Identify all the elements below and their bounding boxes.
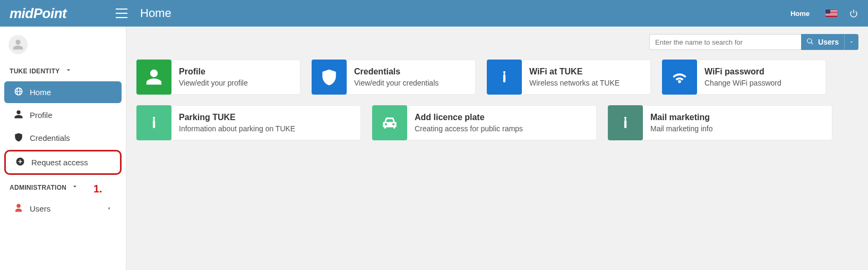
sidebar-section-label: ADMINISTRATION <box>10 184 66 191</box>
card-mail-marketing[interactable]: Mail marketing Mail marketing info <box>607 105 832 140</box>
sidebar: TUKE IDENTITY Home Profile Credentials R… <box>0 27 126 270</box>
info-icon <box>136 105 171 140</box>
menu-toggle-icon[interactable] <box>116 9 127 18</box>
search-type-dropdown[interactable] <box>844 34 858 50</box>
card-credentials[interactable]: Credentials View/edit your credentials <box>311 60 476 95</box>
search-icon <box>806 38 814 47</box>
search-bar: Users <box>136 34 858 50</box>
main-content: Users Profile View/edit your profile Cre… <box>126 27 868 270</box>
sidebar-section-identity[interactable]: TUKE IDENTITY <box>0 60 126 80</box>
card-title: Mail marketing <box>650 113 713 122</box>
avatar[interactable] <box>8 35 28 54</box>
card-parking[interactable]: Parking TUKE Information about parking o… <box>136 105 361 140</box>
info-icon <box>487 60 522 95</box>
card-title: Credentials <box>354 67 439 77</box>
search-input[interactable] <box>649 34 801 50</box>
search-type-button[interactable]: Users <box>801 34 844 50</box>
sidebar-section-label: TUKE IDENTITY <box>10 68 60 75</box>
sidebar-item-label: Home <box>30 88 51 97</box>
sidebar-item-home[interactable]: Home <box>4 81 122 103</box>
globe-icon <box>14 87 23 98</box>
card-title: Add licence plate <box>415 113 523 122</box>
shield-icon <box>312 60 347 95</box>
card-profile[interactable]: Profile View/edit your profile <box>136 60 300 95</box>
sidebar-section-admin[interactable]: ADMINISTRATION <box>0 176 126 197</box>
person-icon <box>14 109 23 121</box>
card-desc: Change WiFi password <box>704 79 781 87</box>
header: midPoint Home Home <box>0 0 868 27</box>
card-desc: Wireless networks at TUKE <box>529 79 620 87</box>
dashboard-cards: Profile View/edit your profile Credentia… <box>136 60 858 140</box>
wifi-icon <box>662 60 697 95</box>
power-icon[interactable] <box>849 9 858 18</box>
card-desc: Information about parking on TUKE <box>179 124 295 133</box>
card-wifi-password[interactable]: WiFi password Change WiFi password <box>661 60 826 95</box>
annotation-marker: 1. <box>93 183 102 195</box>
sidebar-item-label: Profile <box>30 111 53 120</box>
card-title: Parking TUKE <box>179 113 295 122</box>
car-icon <box>372 105 407 140</box>
card-desc: Creating access for public ramps <box>415 124 523 133</box>
card-title: Profile <box>179 67 248 77</box>
sidebar-item-credentials[interactable]: Credentials <box>4 127 122 149</box>
sidebar-item-profile[interactable]: Profile <box>4 104 122 126</box>
user-icon <box>14 203 23 214</box>
card-title: WiFi at TUKE <box>529 67 620 77</box>
chevron-down-icon <box>72 183 78 191</box>
breadcrumb[interactable]: Home <box>790 10 810 18</box>
shield-icon <box>14 132 23 144</box>
page-title: Home <box>140 6 171 20</box>
card-title: WiFi password <box>704 67 781 77</box>
search-type-label: Users <box>818 38 839 46</box>
sidebar-item-label: Credentials <box>30 133 70 142</box>
card-wifi-tuke[interactable]: WiFi at TUKE Wireless networks at TUKE <box>486 60 651 95</box>
chevron-left-icon <box>106 204 112 213</box>
sidebar-item-request-access[interactable]: Request access <box>4 150 122 175</box>
caret-down-icon <box>849 38 854 46</box>
card-desc: Mail marketing info <box>650 124 713 133</box>
card-desc: View/edit your credentials <box>354 79 439 87</box>
card-licence-plate[interactable]: Add licence plate Creating access for pu… <box>372 105 597 140</box>
chevron-down-icon <box>65 67 72 75</box>
sidebar-item-label: Users <box>30 204 50 213</box>
sidebar-item-label: Request access <box>31 158 88 167</box>
locale-flag-icon[interactable] <box>826 10 837 17</box>
info-icon <box>608 105 643 140</box>
sidebar-item-users[interactable]: Users <box>4 198 122 220</box>
person-icon <box>136 60 171 95</box>
card-desc: View/edit your profile <box>179 79 248 87</box>
brand-logo: midPoint <box>10 5 116 22</box>
plus-circle-icon <box>15 157 25 168</box>
